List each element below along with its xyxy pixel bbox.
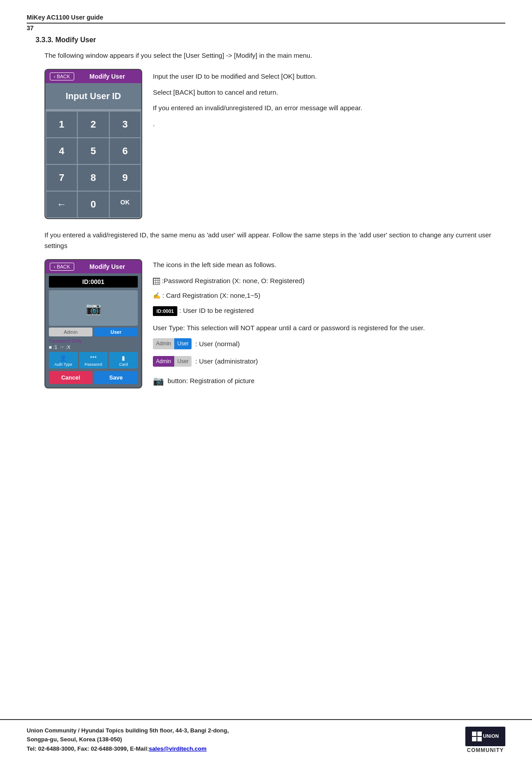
key-5[interactable]: 5 bbox=[78, 138, 108, 164]
key-8[interactable]: 8 bbox=[78, 165, 108, 191]
key-7[interactable]: 7 bbox=[46, 165, 77, 191]
pw-reg-info: ■ :1 bbox=[49, 344, 57, 350]
admin-user-type-badge: Admin User bbox=[153, 356, 192, 367]
footer-text: Union Community / Hyundai Topics buildin… bbox=[27, 726, 229, 754]
key-4[interactable]: 4 bbox=[46, 138, 77, 164]
description-box-2: The icons in the left side mean as follo… bbox=[153, 259, 505, 388]
back-button-2[interactable]: ‹ BACK bbox=[50, 263, 74, 271]
auth-row: 👤 Auth Type *** Password ▮ Card bbox=[49, 352, 138, 368]
desc2-card-reg: ✍ : Card Registration (X: none,1~5) bbox=[153, 290, 505, 301]
footer-line3: Tel: 02-6488-3000, Fax: 02-6488-3099, E-… bbox=[27, 744, 229, 754]
user-label-inactive: User bbox=[174, 356, 192, 367]
device-header-2: ‹ BACK Modify User bbox=[45, 260, 141, 273]
device-section-1: ‹ BACK Modify User Input User ID 1 2 3 4… bbox=[44, 69, 505, 219]
user-type-btn[interactable]: User bbox=[94, 328, 138, 336]
logo-row-2 bbox=[472, 737, 482, 741]
camera-icon: 📷 bbox=[86, 301, 101, 316]
back-button-1[interactable]: ‹ BACK bbox=[50, 72, 74, 80]
second-intro: If you entered a valid/registered ID, th… bbox=[44, 230, 505, 251]
logo-text: UNiON bbox=[483, 733, 499, 739]
desc2-normal-user: Admin User : User (normal) bbox=[153, 338, 505, 350]
desc1-dot: . bbox=[153, 118, 505, 130]
key-1[interactable]: 1 bbox=[46, 112, 77, 137]
page-number: 37 bbox=[27, 24, 505, 32]
desc1-line2: Select [BACK] button to cancel and retur… bbox=[153, 87, 505, 98]
admin-label-normal: Admin bbox=[153, 338, 174, 349]
reg-info-row: ■ :1 ☞ :X bbox=[49, 344, 138, 350]
desc1-line1: Input the user ID to be modified and Sel… bbox=[153, 71, 505, 82]
id-badge-inline: ID:0001 bbox=[153, 306, 177, 316]
input-user-id-label: Input User ID bbox=[45, 83, 141, 110]
device-mockup-2: ‹ BACK Modify User ID:0001 📷 Admin User … bbox=[44, 259, 142, 388]
community-label: COMMUNITY bbox=[467, 747, 504, 753]
device-mockup-1: ‹ BACK Modify User Input User ID 1 2 3 4… bbox=[44, 69, 142, 219]
card-reg-info: ☞ :X bbox=[60, 344, 70, 350]
key-3[interactable]: 3 bbox=[110, 112, 140, 137]
desc2-id: ID:0001 : User ID to be registered bbox=[153, 305, 505, 316]
normal-user-type-badge: Admin User bbox=[153, 338, 192, 349]
cancel-button-device[interactable]: Cancel bbox=[49, 371, 92, 384]
photo-area[interactable]: 📷 bbox=[49, 290, 138, 326]
card-btn[interactable]: ▮ Card bbox=[109, 352, 138, 368]
user-type-row: Admin User bbox=[49, 328, 138, 336]
logo-box: UNiON bbox=[465, 727, 505, 746]
desc1-line3: If you entered an invalid/unregistered I… bbox=[153, 102, 505, 114]
footer-line1: Union Community / Hyundai Topics buildin… bbox=[27, 726, 229, 736]
keypad-grid: 1 2 3 4 5 6 7 8 9 ← 0 OK bbox=[45, 111, 141, 218]
key-ok[interactable]: OK bbox=[110, 192, 140, 217]
camera-btn-icon: 📷 bbox=[153, 373, 164, 388]
description-box-1: Input the user ID to be modified and Sel… bbox=[153, 69, 505, 129]
auth-type-btn[interactable]: 👤 Auth Type bbox=[49, 352, 78, 368]
intro-paragraph: The following window appears if you sele… bbox=[44, 50, 505, 61]
device-header-title-1: Modify User bbox=[78, 73, 137, 80]
desc2-camera: 📷 button: Registration of picture bbox=[153, 373, 505, 388]
grid-icon bbox=[153, 278, 160, 285]
header-title: MiKey AC1100 User guide bbox=[27, 14, 103, 21]
footer-logo: UNiON COMMUNITY bbox=[465, 727, 505, 753]
desc2-admin-user: Admin User : User (administrator) bbox=[153, 356, 505, 367]
bottom-btn-row: Cancel Save bbox=[49, 371, 138, 384]
header-bar: MiKey AC1100 User guide bbox=[27, 13, 505, 24]
footer-tel: Tel: 02-6488-3000, Fax: 02-6488-3099, E-… bbox=[27, 745, 149, 752]
logo-row-1 bbox=[472, 732, 482, 736]
password-btn[interactable]: *** Password bbox=[79, 352, 108, 368]
device-section-2: ‹ BACK Modify User ID:0001 📷 Admin User … bbox=[44, 259, 505, 388]
footer: Union Community / Hyundai Topics buildin… bbox=[0, 719, 532, 760]
key-6[interactable]: 6 bbox=[110, 138, 140, 164]
admin-label-active: Admin bbox=[153, 356, 174, 367]
admin-type-btn[interactable]: Admin bbox=[49, 328, 92, 336]
logo-sq-1 bbox=[472, 732, 476, 736]
device-header-1: ‹ BACK Modify User bbox=[45, 70, 141, 83]
device-header-title-2: Modify User bbox=[78, 263, 137, 270]
id-bar: ID:0001 bbox=[49, 276, 138, 288]
key-backspace[interactable]: ← bbox=[46, 192, 77, 217]
footer-email[interactable]: sales@virditech.com bbox=[149, 745, 207, 752]
key-9[interactable]: 9 bbox=[110, 165, 140, 191]
user-label-active: User bbox=[174, 338, 192, 349]
desc2-user-type-intro: User Type: This selection will NOT appea… bbox=[153, 322, 505, 334]
key-0[interactable]: 0 bbox=[78, 192, 108, 217]
key-2[interactable]: 2 bbox=[78, 112, 108, 137]
desc2-intro: The icons in the left side mean as follo… bbox=[153, 259, 505, 271]
logo-icon-block bbox=[472, 732, 482, 741]
password-only-label: Password Only bbox=[49, 338, 138, 344]
desc2-pw-reg: :Password Registration (X: none, O: Regi… bbox=[153, 275, 505, 287]
footer-line2: Songpa-gu, Seoul, Korea (138-050) bbox=[27, 735, 229, 744]
card-reg-icon: ✍ bbox=[153, 292, 160, 299]
save-button-device[interactable]: Save bbox=[94, 371, 138, 384]
section-title: 3.3.3. Modify User bbox=[36, 36, 505, 44]
